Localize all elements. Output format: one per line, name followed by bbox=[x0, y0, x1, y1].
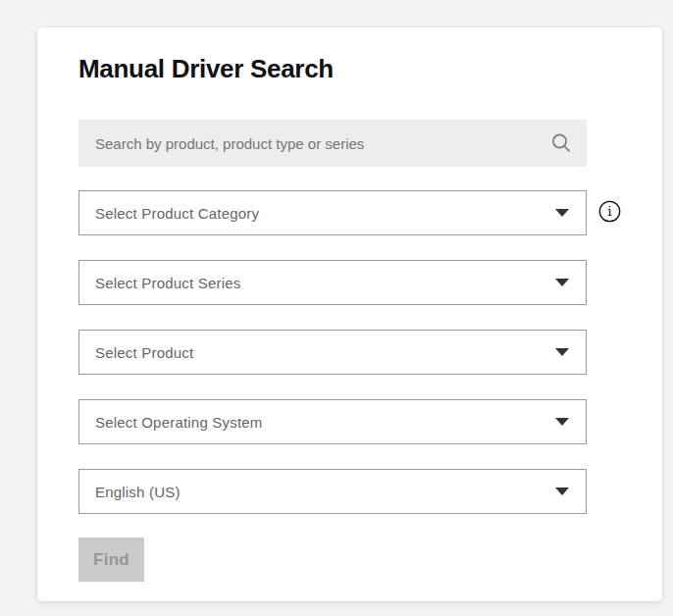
driver-search-card: Manual Driver Search Select Product Cate… bbox=[37, 27, 662, 601]
info-icon[interactable]: i bbox=[598, 200, 621, 223]
dropdown-product[interactable]: Select Product bbox=[78, 330, 587, 375]
dropdown-product-category[interactable]: Select Product Category bbox=[78, 190, 587, 235]
chevron-down-icon bbox=[555, 418, 569, 426]
info-icon-glyph: i bbox=[607, 203, 612, 219]
dropdown-operating-system-value: Select Operating System bbox=[79, 414, 555, 431]
page-title: Manual Driver Search bbox=[78, 54, 334, 84]
dropdown-product-series-value: Select Product Series bbox=[79, 275, 555, 291]
search-icon[interactable] bbox=[550, 132, 572, 154]
chevron-down-icon bbox=[555, 209, 569, 217]
search-bar bbox=[78, 120, 587, 167]
chevron-down-icon bbox=[555, 348, 569, 356]
dropdown-product-series[interactable]: Select Product Series bbox=[78, 260, 587, 305]
find-button[interactable]: Find bbox=[78, 538, 144, 582]
dropdown-operating-system[interactable]: Select Operating System bbox=[78, 399, 587, 444]
dropdown-language[interactable]: English (US) bbox=[78, 469, 587, 514]
dropdown-language-value: English (US) bbox=[79, 484, 555, 500]
search-input[interactable] bbox=[78, 120, 550, 167]
dropdown-product-category-value: Select Product Category bbox=[79, 205, 555, 222]
dropdown-product-value: Select Product bbox=[79, 344, 555, 361]
chevron-down-icon bbox=[555, 488, 569, 495]
chevron-down-icon bbox=[555, 279, 569, 286]
